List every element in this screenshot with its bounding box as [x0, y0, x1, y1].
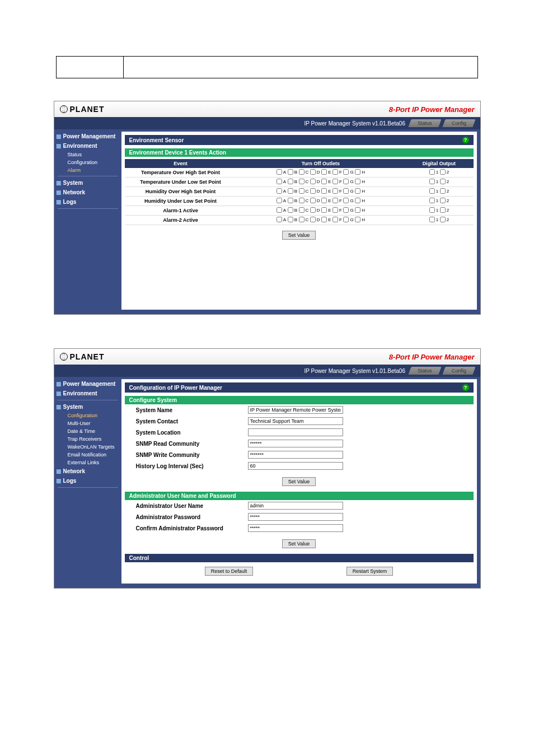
digital-checkbox[interactable]: 1	[429, 207, 438, 213]
nav-sys-ext[interactable]: External Links	[54, 459, 121, 466]
outlet-checkbox[interactable]: H	[355, 217, 365, 222]
outlet-checkbox[interactable]: E	[321, 198, 331, 203]
outlet-checkbox[interactable]: B	[288, 207, 297, 213]
digital-checkbox[interactable]: 1	[429, 169, 438, 175]
admin-input-1[interactable]	[248, 513, 343, 521]
outlet-checkbox[interactable]: F	[332, 217, 342, 222]
digital-checkbox[interactable]: 1	[429, 188, 438, 194]
outlet-checkbox[interactable]: B	[288, 169, 297, 175]
tab-a[interactable]: Status	[408, 119, 441, 127]
outlet-checkbox[interactable]: E	[321, 207, 331, 213]
conf-input-5[interactable]	[248, 462, 343, 470]
nav-sys-wol[interactable]: WakeOnLAN Targets	[54, 443, 121, 451]
outlet-checkbox[interactable]: G	[343, 217, 353, 222]
nav-network2[interactable]: Network	[54, 466, 121, 476]
outlet-checkbox[interactable]: E	[321, 188, 331, 194]
nav-env[interactable]: Environment	[54, 141, 121, 151]
nav-sys-email[interactable]: Email Notification	[54, 451, 121, 459]
outlet-checkbox[interactable]: G	[343, 198, 353, 203]
outlet-checkbox[interactable]: A	[277, 198, 286, 203]
set-value-button2[interactable]: Set Value	[282, 477, 316, 486]
outlet-checkbox[interactable]: E	[321, 169, 331, 175]
nav-logs[interactable]: Logs	[54, 197, 121, 207]
nav-sys-trap[interactable]: Trap Receivers	[54, 435, 121, 443]
outlet-checkbox[interactable]: C	[299, 198, 309, 203]
outlet-checkbox[interactable]: H	[355, 179, 365, 184]
set-value-button3[interactable]: Set Value	[282, 539, 316, 548]
outlet-checkbox[interactable]: G	[343, 169, 353, 175]
outlet-checkbox[interactable]: F	[332, 207, 342, 213]
outlet-checkbox[interactable]: C	[299, 207, 309, 213]
nav-sys-date[interactable]: Date & Time	[54, 427, 121, 435]
nav-sys-config[interactable]: Configuration	[54, 412, 121, 419]
outlet-checkbox[interactable]: G	[343, 188, 353, 194]
digital-checkbox[interactable]: 2	[440, 207, 449, 213]
tab-b2[interactable]: Config	[443, 367, 476, 375]
digital-checkbox[interactable]: 2	[440, 217, 449, 222]
outlet-checkbox[interactable]: A	[277, 207, 286, 213]
help-icon[interactable]: ?	[462, 137, 469, 143]
help-icon2[interactable]: ?	[462, 384, 469, 391]
nav-system[interactable]: System	[54, 178, 121, 188]
digital-checkbox[interactable]: 1	[429, 179, 438, 184]
nav-system2[interactable]: System	[54, 402, 121, 412]
conf-input-4[interactable]	[248, 451, 343, 459]
nav-sys-multi[interactable]: Multi-User	[54, 419, 121, 427]
admin-input-2[interactable]	[248, 524, 343, 532]
outlet-checkbox[interactable]: A	[277, 217, 286, 222]
conf-input-1[interactable]	[248, 417, 343, 425]
outlet-checkbox[interactable]: B	[288, 217, 297, 222]
outlet-checkbox[interactable]: B	[288, 179, 297, 184]
outlet-checkbox[interactable]: F	[332, 179, 342, 184]
nav-env-status[interactable]: Status	[54, 151, 121, 158]
outlet-checkbox[interactable]: E	[321, 217, 331, 222]
outlet-checkbox[interactable]: A	[277, 179, 286, 184]
conf-input-0[interactable]	[248, 406, 343, 414]
nav-power2[interactable]: Power Management	[54, 379, 121, 389]
digital-checkbox[interactable]: 2	[440, 179, 449, 184]
outlet-checkbox[interactable]: C	[299, 217, 309, 222]
nav-network[interactable]: Network	[54, 188, 121, 197]
reset-default-button[interactable]: Reset to Default	[205, 567, 254, 576]
outlet-checkbox[interactable]: B	[288, 198, 297, 203]
digital-checkbox[interactable]: 1	[429, 198, 438, 203]
conf-input-3[interactable]	[248, 440, 343, 447]
nav-logs2[interactable]: Logs	[54, 476, 121, 486]
tab-a2[interactable]: Status	[408, 367, 441, 375]
outlet-checkbox[interactable]: D	[310, 198, 320, 203]
outlet-checkbox[interactable]: D	[310, 207, 320, 213]
outlet-checkbox[interactable]: H	[355, 198, 365, 203]
digital-checkbox[interactable]: 2	[440, 188, 449, 194]
nav-env-config[interactable]: Configuration	[54, 158, 121, 166]
outlet-checkbox[interactable]: A	[277, 169, 286, 175]
restart-system-button[interactable]: Restart System	[346, 567, 394, 576]
outlet-checkbox[interactable]: C	[299, 169, 309, 175]
nav-env2[interactable]: Environment	[54, 389, 121, 398]
digital-checkbox[interactable]: 2	[440, 198, 449, 203]
digital-checkbox[interactable]: 1	[429, 217, 438, 222]
outlet-checkbox[interactable]: G	[343, 207, 353, 213]
outlet-checkbox[interactable]: C	[299, 188, 309, 194]
outlet-checkbox[interactable]: B	[288, 188, 297, 194]
outlet-checkbox[interactable]: A	[277, 188, 286, 194]
outlet-checkbox[interactable]: D	[310, 217, 320, 222]
tab-b[interactable]: Config	[443, 119, 476, 127]
outlet-checkbox[interactable]: D	[310, 179, 320, 184]
outlet-checkbox[interactable]: H	[355, 169, 365, 175]
outlet-checkbox[interactable]: F	[332, 169, 342, 175]
set-value-button[interactable]: Set Value	[282, 231, 316, 240]
admin-input-0[interactable]	[248, 502, 343, 510]
digital-checkbox[interactable]: 2	[440, 169, 449, 175]
conf-input-2[interactable]	[248, 428, 343, 436]
outlet-checkbox[interactable]: H	[355, 188, 365, 194]
outlet-checkbox[interactable]: D	[310, 188, 320, 194]
outlet-checkbox[interactable]: F	[332, 188, 342, 194]
outlet-checkbox[interactable]: E	[321, 179, 331, 184]
outlet-checkbox[interactable]: G	[343, 179, 353, 184]
outlet-checkbox[interactable]: C	[299, 179, 309, 184]
outlet-checkbox[interactable]: F	[332, 198, 342, 203]
nav-power[interactable]: Power Management	[54, 132, 121, 141]
outlet-checkbox[interactable]: H	[355, 207, 365, 213]
nav-env-alarm[interactable]: Alarm	[54, 166, 121, 174]
outlet-checkbox[interactable]: D	[310, 169, 320, 175]
